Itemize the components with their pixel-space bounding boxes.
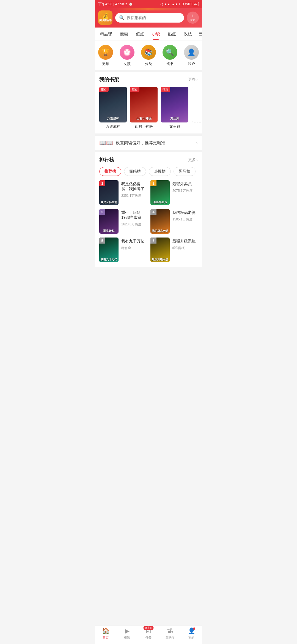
rank-cover-4: 4 我的极品老婆: [150, 209, 170, 234]
book-cover-1: 推荐 万道成神: [99, 87, 127, 122]
category-male-icon: 🏆: [98, 45, 113, 60]
rank-title-1: 我是亿亿富翁，我摊牌了: [121, 181, 147, 191]
book-tag-3: 推荐: [161, 87, 170, 92]
rank-item-3[interactable]: 3 重生1983 重生：回到1983当富翁 1620.8万热度: [99, 209, 147, 234]
chevron-right-icon: ›: [196, 77, 198, 82]
rank-cover-5: 5 我有九千万亿: [99, 238, 119, 262]
book-cover-text-2: 山村小神医: [131, 116, 156, 120]
book-name-2: 山村小神医: [135, 124, 153, 129]
rankings-section: 排行榜 更多 › 推荐榜 完结榜 热搜榜 黑马榜 1 我是亿亿富翁 我是亿亿富翁…: [95, 152, 202, 267]
nav-tab-redian[interactable]: 热点: [164, 28, 180, 40]
rankings-header: 排行榜 更多 ›: [99, 157, 198, 163]
add-book-button[interactable]: +: [192, 87, 202, 122]
rankings-more[interactable]: 更多 ›: [188, 157, 198, 162]
bookshelf-section: 我的书架 更多 › 推荐 万道成神 万道成神 推荐 山村小神医 山村小神医: [95, 72, 202, 133]
bookshelf-header: 我的书架 更多 ›: [99, 76, 198, 83]
nav-tab-zhidian[interactable]: 值点: [132, 28, 148, 40]
search-input[interactable]: [127, 15, 180, 20]
rank-cover-1: 1 我是亿亿富翁: [99, 180, 119, 205]
nav-tab-manhua[interactable]: 漫画: [116, 28, 132, 40]
rank-heat-3: 1620.8万热度: [121, 222, 147, 227]
book-cover-3: 推荐 龙王殿: [161, 87, 188, 122]
rank-item-5[interactable]: 5 我有九千万亿 我有九千万亿 稀有金: [99, 238, 147, 262]
preference-arrow-icon: ›: [196, 140, 198, 146]
preference-banner[interactable]: 📖📖 设置阅读偏好，推荐更精准 ›: [95, 136, 202, 150]
rank-number-5: 5: [99, 238, 105, 244]
rank-title-6: 最强升级系统: [172, 239, 198, 244]
bookshelf-title: 我的书架: [99, 76, 119, 83]
category-female-icon: 💮: [120, 45, 134, 60]
divider-2: [95, 133, 202, 136]
rank-tab-complete[interactable]: 完结榜: [124, 167, 146, 176]
book-add-item[interactable]: +: [192, 87, 202, 129]
rank-number-4: 4: [150, 209, 156, 215]
category-account-icon: 👤: [184, 45, 199, 60]
book-cover-text-3: 龙王殿: [162, 116, 187, 120]
bookshelf-grid: 推荐 万道成神 万道成神 推荐 山村小神医 山村小神医 推荐 龙王殿 龙王殿: [99, 87, 198, 129]
rank-heat-2: 2075.1万热度: [172, 189, 198, 193]
rankings-chevron-icon: ›: [196, 158, 198, 162]
category-female[interactable]: 💮 女频: [120, 45, 134, 66]
book-tag-1: 推荐: [99, 87, 109, 92]
rank-title-5: 我有九千万亿: [121, 239, 147, 244]
preference-text: 设置阅读偏好，推荐更精准: [116, 140, 165, 146]
category-classify-icon: 📚: [141, 45, 156, 60]
divider-1: [95, 70, 202, 72]
nav-tab-jingpinke[interactable]: 精品课: [96, 28, 116, 40]
book-item-3[interactable]: 推荐 龙王殿 龙王殿: [161, 87, 188, 129]
publish-button[interactable]: + 发布: [187, 12, 199, 24]
categories: 🏆 男频 💮 女频 📚 分类 🔍 找书 👤 账户: [95, 40, 202, 70]
rank-tabs: 推荐榜 完结榜 热搜榜 黑马榜: [99, 167, 198, 176]
book-item-2[interactable]: 推荐 山村小神医 山村小神医: [130, 87, 158, 129]
nav-tab-zhengfa[interactable]: 政法: [180, 28, 196, 40]
rank-cover-3: 3 重生1983: [99, 209, 119, 234]
rank-title-2: 最强外卖员: [172, 181, 198, 186]
category-account-label: 账户: [188, 61, 195, 66]
book-name-1: 万道成神: [106, 124, 120, 129]
category-classify-label: 分类: [145, 61, 152, 66]
status-icons: ◁ ▲▲ ▲▲ HD WiFi 42: [160, 2, 199, 6]
category-find-icon: 🔍: [163, 45, 177, 60]
header: 💰 阅读赚金币 🔍 + 发布: [95, 8, 202, 28]
rank-title-3: 重生：回到1983当富翁: [121, 210, 147, 220]
rank-item-2[interactable]: 2 最强外卖员 最强外卖员 2075.1万热度: [150, 180, 198, 205]
preference-icon: 📖📖: [99, 140, 113, 146]
rank-cover-2: 2 最强外卖员: [150, 180, 170, 205]
rank-item-1[interactable]: 1 我是亿亿富翁 我是亿亿富翁，我摊牌了 2351.1万热度: [99, 180, 147, 205]
book-cover-2: 推荐 山村小神医: [130, 87, 158, 122]
rank-tab-hot[interactable]: 热搜榜: [149, 167, 171, 176]
divider-3: [95, 150, 202, 152]
category-find[interactable]: 🔍 找书: [163, 45, 177, 66]
book-name-3: 龙王殿: [169, 124, 180, 129]
category-account[interactable]: 👤 账户: [184, 45, 199, 66]
category-female-label: 女频: [123, 61, 131, 66]
book-tag-2: 推荐: [130, 87, 139, 92]
search-bar[interactable]: 🔍: [115, 13, 184, 23]
rank-item-4[interactable]: 4 我的极品老婆 我的极品老婆 1505.1万热度: [150, 209, 198, 234]
nav-tab-xiaoshuo[interactable]: 小说: [148, 28, 164, 40]
nav-tabs: 精品课 漫画 值点 小说 热点 政法 ☰: [95, 28, 202, 40]
rank-tab-recommend[interactable]: 推荐榜: [99, 167, 121, 176]
search-icon: 🔍: [119, 15, 125, 20]
book-item-1[interactable]: 推荐 万道成神 万道成神: [99, 87, 127, 129]
rank-heat-6: 瞬间涨幻: [172, 246, 198, 250]
bookshelf-more[interactable]: 更多 ›: [188, 77, 198, 82]
status-time-speed: 下午4:23 | 47.9K/s ⏰: [98, 2, 133, 7]
rank-item-6[interactable]: 6 最强升级系统 最强升级系统 瞬间涨幻: [150, 238, 198, 262]
rank-list: 1 我是亿亿富翁 我是亿亿富翁，我摊牌了 2351.1万热度 2 最强外卖员 最…: [99, 180, 198, 262]
rank-title-4: 我的极品老婆: [172, 210, 198, 215]
category-male-label: 男频: [102, 61, 109, 66]
rank-number-2: 2: [150, 180, 156, 186]
logo-coin[interactable]: 💰 阅读赚金币: [98, 10, 112, 25]
category-classify[interactable]: 📚 分类: [141, 45, 156, 66]
rank-heat-4: 1505.1万热度: [172, 217, 198, 222]
status-bar: 下午4:23 | 47.9K/s ⏰ ◁ ▲▲ ▲▲ HD WiFi 42: [95, 0, 202, 8]
rank-cover-6: 6 最强升级系统: [150, 238, 170, 262]
category-find-label: 找书: [166, 61, 174, 66]
category-male[interactable]: 🏆 男频: [98, 45, 113, 66]
nav-more-button[interactable]: ☰: [196, 28, 202, 40]
rank-tab-dark-horse[interactable]: 黑马榜: [174, 167, 196, 176]
rank-number-6: 6: [150, 238, 156, 244]
rank-number-1: 1: [99, 180, 105, 186]
rank-number-3: 3: [99, 209, 105, 215]
